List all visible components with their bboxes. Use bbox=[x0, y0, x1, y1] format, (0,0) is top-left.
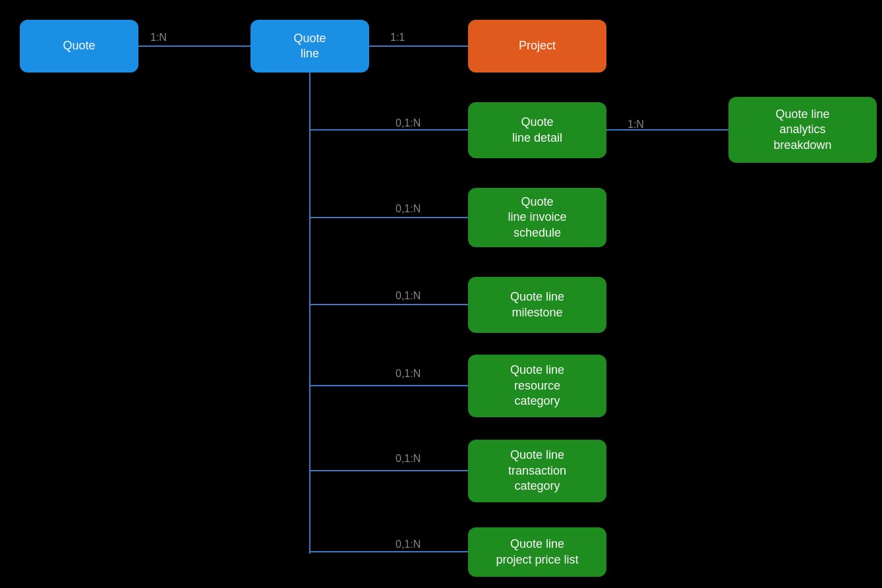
rel-quoteline-invoice: 0,1:N bbox=[396, 203, 421, 215]
quote-line-label: Quoteline bbox=[293, 31, 326, 62]
project-node: Project bbox=[468, 20, 606, 73]
rel-quoteline-detail: 0,1:N bbox=[396, 117, 421, 129]
quote-line-analytics-node: Quote lineanalyticsbreakdown bbox=[728, 97, 877, 163]
quote-line-resource-label: Quote lineresourcecategory bbox=[510, 363, 564, 409]
project-label: Project bbox=[519, 38, 556, 53]
rel-quoteline-resource: 0,1:N bbox=[396, 368, 421, 380]
quote-line-analytics-label: Quote lineanalyticsbreakdown bbox=[773, 107, 831, 153]
quote-node: Quote bbox=[20, 20, 138, 73]
diagram-container: Quote Quoteline Project Quoteline detail… bbox=[0, 0, 882, 588]
quote-line-invoice-label: Quoteline invoiceschedule bbox=[508, 194, 566, 241]
quote-line-detail-node: Quoteline detail bbox=[468, 102, 606, 158]
quote-line-transaction-node: Quote linetransactioncategory bbox=[468, 440, 606, 502]
quote-line-detail-label: Quoteline detail bbox=[512, 115, 562, 146]
quote-line-pricelist-node: Quote lineproject price list bbox=[468, 527, 606, 577]
rel-quoteline-milestone: 0,1:N bbox=[396, 290, 421, 302]
quote-line-milestone-node: Quote linemilestone bbox=[468, 277, 606, 333]
quote-line-milestone-label: Quote linemilestone bbox=[510, 289, 564, 320]
connector-lines bbox=[0, 0, 882, 588]
quote-line-pricelist-label: Quote lineproject price list bbox=[496, 537, 578, 568]
rel-quoteline-project: 1:1 bbox=[390, 32, 405, 44]
quote-line-resource-node: Quote lineresourcecategory bbox=[468, 355, 606, 417]
rel-detail-analytics: 1:N bbox=[628, 119, 644, 131]
quote-label: Quote bbox=[63, 38, 95, 53]
rel-quoteline-transaction: 0,1:N bbox=[396, 453, 421, 465]
quote-line-transaction-label: Quote linetransactioncategory bbox=[508, 448, 566, 494]
rel-quote-quoteline: 1:N bbox=[150, 32, 167, 44]
quote-line-invoice-node: Quoteline invoiceschedule bbox=[468, 188, 606, 247]
quote-line-node: Quoteline bbox=[250, 20, 369, 73]
rel-quoteline-pricelist: 0,1:N bbox=[396, 539, 421, 550]
